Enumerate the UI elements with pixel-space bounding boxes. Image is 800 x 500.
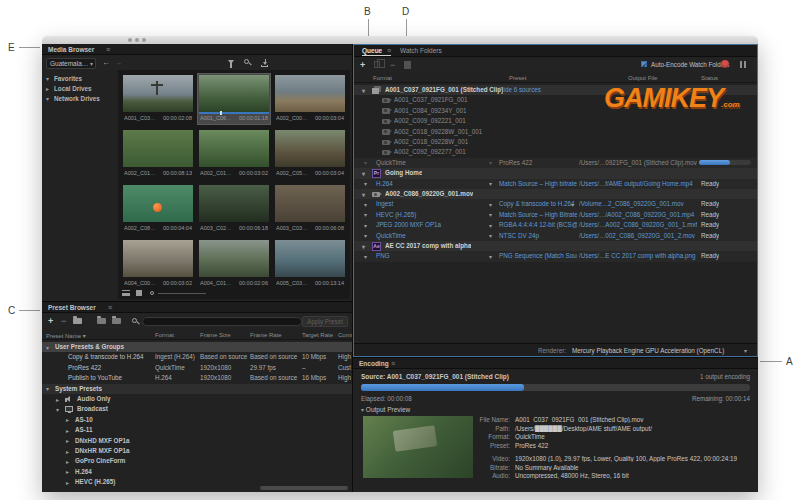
clip-scrub-bar[interactable] xyxy=(199,112,269,114)
chevron-down-icon[interactable]: ▾ xyxy=(364,181,367,187)
queue-row[interactable]: A002_C018_09228W_001_001 xyxy=(354,127,757,137)
column-header-frame-rate[interactable]: Frame Rate xyxy=(250,332,282,338)
panel-menu-icon[interactable]: ≡ xyxy=(108,304,112,311)
duplicate-icon[interactable] xyxy=(374,61,380,68)
media-clip[interactable]: A001_C06…00:00:01:18 xyxy=(198,74,270,124)
queue-preset[interactable]: Match Source – High bitrate xyxy=(499,179,577,189)
queue-row[interactable]: ▾PrGoing Home xyxy=(354,168,757,178)
queue-preset[interactable]: RGBA 4:4:4:4 12-bit (BCS@L5) xyxy=(499,220,577,230)
preset-row[interactable]: Publish to YouTubeH.2641920x1080Based on… xyxy=(42,373,352,383)
queue-row[interactable]: ▾QuickTime▾NTSC DV 24p/Users/…002_C086_0… xyxy=(354,231,757,241)
queue-row[interactable]: ▾H.264▾Match Source – High bitrate/Users… xyxy=(354,179,757,189)
media-clip[interactable]: A002_C08…00:00:04:04 xyxy=(122,184,194,234)
column-header-target-rate[interactable]: Target Rate xyxy=(302,332,333,338)
chevron-right-icon[interactable]: ▸ xyxy=(66,459,69,465)
queue-output-file[interactable]: /Users/…/A002_C086_09220G_001.mp4 xyxy=(579,210,697,220)
preset-row[interactable]: ProRes 422QuickTime1920x108029.97 fps–Cu… xyxy=(42,363,352,373)
ingest-icon[interactable] xyxy=(261,65,268,67)
zoom-slider-track[interactable] xyxy=(158,293,206,294)
queue-output-file[interactable]: /Users/…f/AME output/Going Home.mp4 xyxy=(579,179,697,189)
panel-menu-icon[interactable]: ≡ xyxy=(387,47,391,54)
add-output-icon[interactable] xyxy=(404,61,411,69)
chevron-down-icon[interactable]: ▾ xyxy=(489,181,492,187)
queue-preset[interactable]: NTSC DV 24p xyxy=(499,231,577,241)
chevron-down-icon[interactable]: ▾ xyxy=(489,254,492,260)
search-icon[interactable] xyxy=(244,59,249,64)
chevron-right-icon[interactable]: ▸ xyxy=(56,397,59,403)
chevron-down-icon[interactable]: ▾ xyxy=(46,386,49,392)
queue-row[interactable]: ▾Ingest▾Copy & transcode to H.264▾/Volum… xyxy=(354,199,757,209)
chevron-down-icon[interactable]: ▾ xyxy=(489,223,492,229)
queue-format[interactable]: HEVC (H.265) xyxy=(376,210,486,220)
preset-search-icon[interactable] xyxy=(132,318,137,323)
queue-row[interactable]: ▾AeAE CC 2017 comp with alpha xyxy=(354,241,757,251)
queue-output-file[interactable]: /Users/…A002_C086_09220G_001_1.mxf xyxy=(579,220,697,230)
queue-preset[interactable]: PNG Sequence (Match Source) xyxy=(499,251,577,261)
panel-menu-icon[interactable]: ≡ xyxy=(391,360,395,367)
column-header-comm[interactable]: Comm xyxy=(338,332,352,338)
chevron-right-icon[interactable]: ▸ xyxy=(66,417,69,423)
queue-row[interactable]: A002_C018_09228W_001 xyxy=(354,137,757,147)
back-button[interactable]: ← xyxy=(102,59,110,67)
queue-format[interactable]: Ingest xyxy=(376,199,486,209)
media-clip[interactable]: A002_C01…00:00:03:02 xyxy=(198,129,270,179)
chevron-down-icon[interactable]: ▾ xyxy=(56,407,59,413)
preset-row[interactable]: ▸H.264 xyxy=(42,467,352,477)
renderer-dropdown[interactable]: Mercury Playback Engine GPU Acceleration… xyxy=(572,344,724,357)
thumbnail-view-icon[interactable] xyxy=(136,290,142,296)
preset-row[interactable]: ▸AS-11 xyxy=(42,425,352,435)
chevron-down-icon[interactable]: ▾ xyxy=(364,212,367,218)
show-hide-sources-link[interactable]: Hide 6 sources xyxy=(499,85,541,95)
chevron-down-icon[interactable]: ▾ xyxy=(364,223,367,229)
zoom-slider-knob[interactable] xyxy=(150,291,154,295)
chevron-down-icon[interactable]: ▾ xyxy=(744,348,747,354)
tab-queue[interactable]: Queue ≡ xyxy=(362,47,391,56)
queue-row[interactable]: ▾JPEG 2000 MXF OP1a▾RGBA 4:4:4:4 12-bit … xyxy=(354,220,757,230)
queue-format[interactable]: QuickTime xyxy=(376,158,486,168)
chevron-down-icon[interactable]: ▾ xyxy=(489,212,492,218)
titlebar[interactable] xyxy=(42,36,758,44)
stop-queue-button[interactable] xyxy=(721,60,729,68)
preset-row[interactable]: ▸DNxHR MXF OP1a xyxy=(42,446,352,456)
remove-item-button[interactable]: − xyxy=(390,60,395,70)
chevron-down-icon[interactable]: ▾ xyxy=(364,160,367,166)
column-header-output-file[interactable]: Output File xyxy=(628,75,657,81)
preset-row[interactable]: ▾System Presets xyxy=(42,384,352,394)
chevron-down-icon[interactable]: ▾ xyxy=(571,202,574,208)
chevron-right-icon[interactable]: ▸ xyxy=(66,480,69,486)
new-group-icon[interactable] xyxy=(73,318,82,324)
location-dropdown[interactable]: Guatemala… ▾ xyxy=(46,58,96,69)
apply-preset-button[interactable]: Apply Preset xyxy=(302,316,348,327)
add-preset-button[interactable]: + xyxy=(48,316,53,326)
import-preset-icon[interactable] xyxy=(97,318,106,324)
media-clip[interactable]: A002_C01…00:00:08:13 xyxy=(122,129,194,179)
queue-format[interactable]: H.264 xyxy=(376,179,486,189)
preset-row[interactable]: ▸AS-10 xyxy=(42,415,352,425)
horizontal-scrollbar[interactable] xyxy=(260,486,348,490)
queue-output-file[interactable]: /Users/…E CC 2017 comp with alpha.png xyxy=(579,251,697,261)
column-header-status[interactable]: Status xyxy=(701,75,718,81)
queue-output-file[interactable]: /Volume…2_C086_09220G_001.mov xyxy=(579,199,697,209)
chevron-right-icon[interactable]: ▸ xyxy=(66,469,69,475)
filter-icon[interactable] xyxy=(228,60,234,64)
export-preset-icon[interactable] xyxy=(112,318,121,324)
column-header-format[interactable]: Format xyxy=(373,75,392,81)
media-clip[interactable]: A001_C03…00:00:02:08 xyxy=(122,74,194,124)
queue-output-file[interactable]: /Users/…002_C086_09220G_001_2.mov xyxy=(579,231,697,241)
preset-row[interactable]: ▸DNxHD MXF OP1a xyxy=(42,436,352,446)
queue-row[interactable]: A002_C009_092221_001 xyxy=(354,116,757,126)
queue-format[interactable]: JPEG 2000 MXF OP1a xyxy=(376,220,486,230)
queue-row[interactable]: ▾PNG▾PNG Sequence (Match Source)/Users/…… xyxy=(354,251,757,261)
queue-format[interactable]: PNG xyxy=(376,251,486,261)
chevron-down-icon[interactable]: ▾ xyxy=(364,254,367,260)
queue-row[interactable]: ▾HEVC (H.265)▾Match Source – High Bitrat… xyxy=(354,210,757,220)
tab-watch-folders[interactable]: Watch Folders xyxy=(400,47,442,54)
close-window-button[interactable] xyxy=(128,38,132,42)
queue-format[interactable]: QuickTime xyxy=(376,231,486,241)
chevron-down-icon[interactable]: ▾ xyxy=(364,202,367,208)
media-clip[interactable]: A002_C00…00:00:03:04 xyxy=(274,74,346,124)
queue-row[interactable]: ▾A002_C086_09220G_001.mov xyxy=(354,189,757,199)
column-header-preset-name[interactable]: Preset Name ▾ xyxy=(46,332,86,339)
column-header-frame-size[interactable]: Frame Size xyxy=(200,332,231,338)
column-header-preset[interactable]: Preset xyxy=(509,75,526,81)
